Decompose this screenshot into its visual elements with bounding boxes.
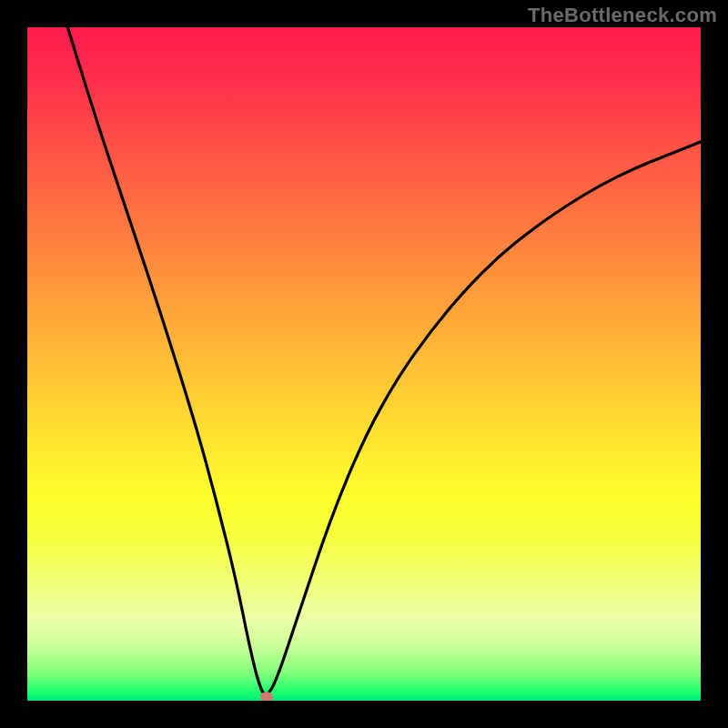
watermark-label: TheBottleneck.com [528,4,717,27]
bottleneck-curve [27,27,701,701]
plot-area [27,27,701,701]
chart-frame: TheBottleneck.com [0,0,728,728]
optimal-point-marker [260,692,273,701]
